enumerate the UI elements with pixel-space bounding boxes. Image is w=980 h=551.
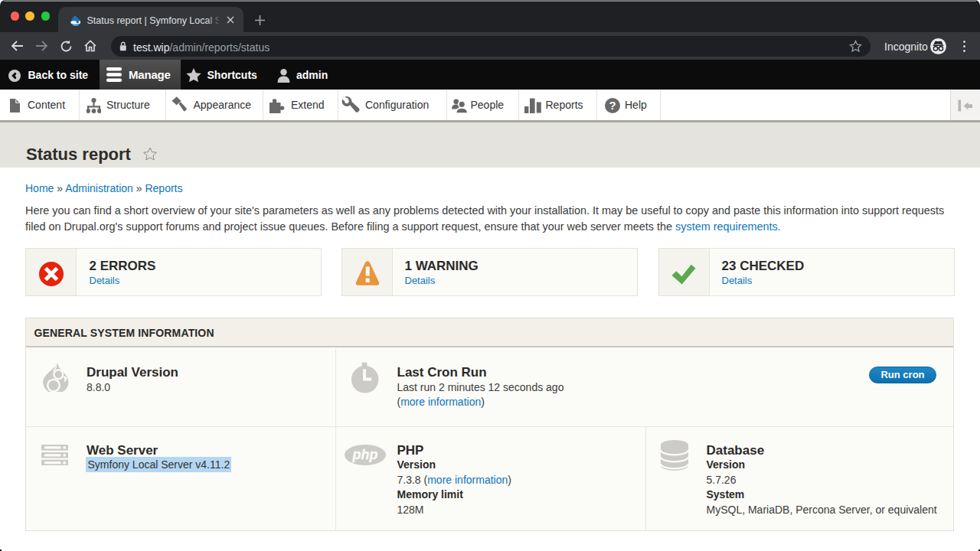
svg-text:?: ? (609, 99, 616, 112)
svg-text:php: php (352, 447, 378, 462)
